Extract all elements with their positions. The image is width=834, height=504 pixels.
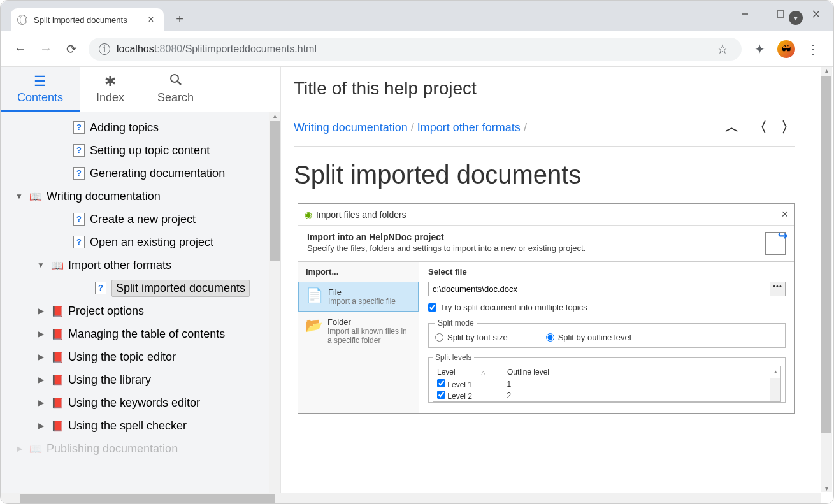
file-path-input[interactable]	[428, 282, 770, 296]
site-info-icon[interactable]: i	[99, 43, 110, 55]
book-icon: 📕	[50, 305, 64, 317]
split-levels-legend: Split levels	[433, 353, 474, 362]
topic-nav: ︿ 〈 〉	[725, 118, 795, 137]
col-level[interactable]: Level△	[433, 366, 503, 378]
chevron-icon[interactable]: ▼	[35, 261, 47, 270]
browser-tab[interactable]: Split imported documents ×	[11, 8, 164, 31]
extensions-icon[interactable]: ✦	[751, 41, 768, 57]
tab-index[interactable]: ✱ Index	[80, 67, 141, 112]
toc-item-label: Create a new project	[90, 213, 196, 226]
folder-icon: 📂	[305, 317, 322, 345]
import-option-folder[interactable]: 📂 Folder Import all known files in a spe…	[298, 312, 419, 350]
chevron-icon[interactable]: ▼	[13, 192, 25, 201]
try-split-check[interactable]	[428, 303, 436, 312]
import-dialog: ◉ Import files and folders × Import into…	[298, 203, 795, 414]
nav-next-icon[interactable]: 〉	[781, 118, 795, 137]
vertical-scrollbar[interactable]: ▴ ▾	[821, 67, 832, 492]
dialog-titlebar: ◉ Import files and folders ×	[298, 204, 794, 226]
level-check[interactable]	[437, 391, 445, 399]
toc-item-label: Managing the table of contents	[68, 328, 225, 340]
forward-button[interactable]: →	[38, 41, 54, 56]
toc-item-label: Using the topic editor	[68, 350, 176, 363]
toc-item[interactable]: ?Generating documentation	[1, 162, 280, 185]
toc-item[interactable]: ▶📕Using the library	[1, 368, 280, 391]
nav-up-icon[interactable]: ︿	[725, 118, 739, 137]
radio-split-outline[interactable]: Split by outline level	[546, 333, 631, 342]
maximize-button[interactable]	[768, 4, 793, 24]
toc-item-label: Project options	[68, 305, 144, 317]
chevron-icon[interactable]: ▶	[13, 444, 25, 453]
table-row[interactable]: Level 22	[433, 390, 781, 402]
toc-tree: ?Adding topics?Setting up topic content?…	[1, 112, 280, 504]
toc-item[interactable]: ▶📖Publishing documentation	[1, 437, 280, 460]
chevron-icon[interactable]: ▶	[35, 306, 47, 315]
toc-item[interactable]: ▶📕Managing the table of contents	[1, 322, 280, 345]
toc-item[interactable]: ?Create a new project	[1, 208, 280, 231]
chevron-icon[interactable]: ▶	[35, 375, 47, 384]
import-type-panel: Import... 📄 File Import a specific file …	[298, 262, 419, 413]
split-mode-legend: Split mode	[435, 319, 477, 328]
horizontal-scrollbar[interactable]	[1, 493, 821, 504]
toc-item-label: Split imported documents	[116, 282, 245, 294]
level-check[interactable]	[437, 379, 445, 387]
tab-contents[interactable]: ☰ Contents	[1, 67, 80, 112]
col-outline[interactable]: Outline level	[503, 366, 781, 378]
profile-avatar[interactable]: 🕶	[777, 40, 795, 58]
search-icon	[157, 73, 194, 90]
import-option-file[interactable]: 📄 File Import a specific file	[298, 282, 419, 312]
dialog-close-icon[interactable]: ×	[781, 208, 788, 221]
radio-split-font[interactable]: Split by font size	[435, 333, 508, 342]
table-row[interactable]: Level 11	[433, 378, 781, 391]
address-bar: ← → ⟳ i localhost:8080/Splitimporteddocu…	[1, 31, 833, 67]
toc-item[interactable]: ?Split imported documents	[1, 277, 280, 299]
split-mode-fieldset: Split mode Split by font size Split by o…	[428, 319, 786, 348]
scrollbar-thumb[interactable]	[270, 121, 280, 261]
omnibox[interactable]: i localhost:8080/Splitimporteddocuments.…	[89, 38, 742, 61]
url-text: localhost:8080/Splitimporteddocuments.ht…	[117, 43, 317, 55]
close-button[interactable]	[804, 4, 828, 24]
back-button[interactable]: ←	[12, 41, 29, 56]
dialog-header: Import into an HelpNDoc project Specify …	[298, 226, 794, 261]
scrollbar-thumb[interactable]	[20, 494, 275, 504]
import-heading: Import...	[298, 262, 419, 282]
split-levels-fieldset: Split levels Level△ Outline level Level …	[428, 353, 786, 403]
toc-item[interactable]: ▶📕Project options	[1, 299, 280, 322]
tree-scrollbar[interactable]: ▴▾	[269, 112, 280, 504]
browse-button[interactable]: •••	[770, 282, 786, 296]
breadcrumb-link[interactable]: Writing documentation	[294, 121, 408, 134]
chevron-icon[interactable]: ▶	[35, 352, 47, 361]
kebab-menu-icon[interactable]: ⋮	[804, 41, 822, 57]
page-body: ☰ Contents ✱ Index Search ?Adding topics…	[1, 67, 833, 504]
chevron-icon[interactable]: ▶	[35, 421, 47, 430]
toc-item[interactable]: ?Open an existing project	[1, 231, 280, 254]
reload-button[interactable]: ⟳	[63, 41, 80, 57]
try-split-checkbox[interactable]: Try to split document into multiple topi…	[428, 303, 786, 312]
minimize-button[interactable]	[733, 4, 757, 24]
toc-item[interactable]: ?Setting up topic content	[1, 139, 280, 162]
toc-item-label: Publishing documentation	[47, 442, 178, 455]
bookmark-star-icon[interactable]: ☆	[714, 41, 731, 57]
toc-item[interactable]: ▶📕Using the keywords editor	[1, 391, 280, 414]
new-tab-button[interactable]: +	[170, 10, 189, 29]
scrollbar-thumb[interactable]	[821, 76, 831, 433]
help-page-icon: ?	[72, 144, 86, 157]
breadcrumb-link[interactable]: Import other formats	[417, 121, 521, 134]
toc-item[interactable]: ?Adding topics	[1, 116, 280, 139]
toc-item[interactable]: ▶📕Using the topic editor	[1, 345, 280, 368]
toc-item[interactable]: ▼📖Writing documentation	[1, 185, 280, 208]
chevron-icon[interactable]: ▶	[35, 398, 47, 407]
levels-table[interactable]: Level△ Outline level Level 11 Level 22	[433, 366, 781, 402]
svg-line-5	[178, 82, 181, 85]
tab-close-icon[interactable]: ×	[145, 14, 157, 25]
toc-item-label: Using the spell checker	[68, 419, 187, 432]
tab-search[interactable]: Search	[141, 67, 210, 112]
toc-item[interactable]: ▶📕Using the spell checker	[1, 414, 280, 437]
page-heading: Split imported documents	[294, 161, 795, 189]
nav-prev-icon[interactable]: 〈	[753, 118, 767, 137]
dialog-body: Import... 📄 File Import a specific file …	[298, 261, 794, 413]
tab-title: Split imported documents	[34, 15, 138, 25]
chevron-icon[interactable]: ▶	[35, 329, 47, 338]
table-scrollbar[interactable]: ▴	[770, 378, 780, 401]
toc-item[interactable]: ▼📖Import other formats	[1, 254, 280, 277]
dialog-subheading: Import into an HelpNDoc project	[307, 232, 759, 242]
